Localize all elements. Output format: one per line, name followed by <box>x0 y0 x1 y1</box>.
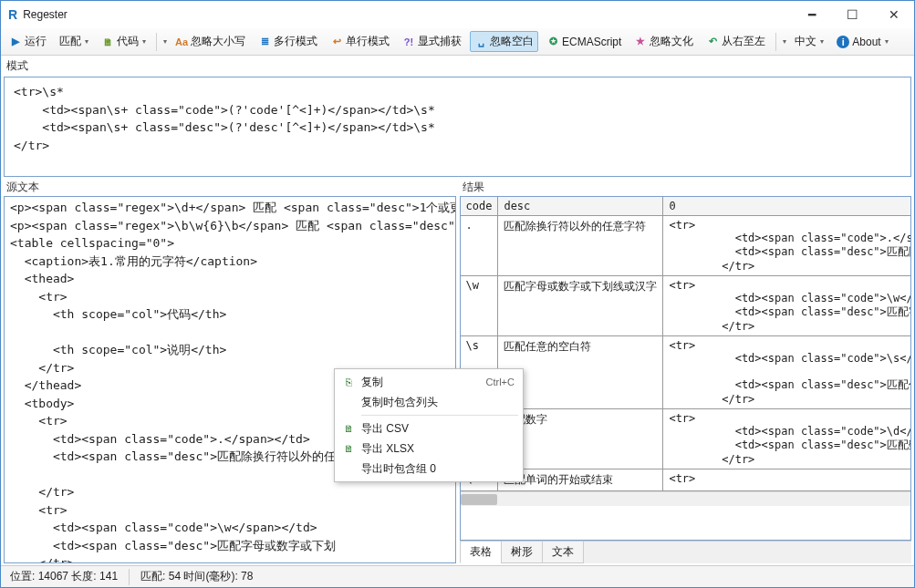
result-grid[interactable]: code desc 0 .匹配除换行符以外的任意字符<tr> <td><span… <box>460 196 912 541</box>
menu-copy-with-header[interactable]: 复制时包含列头 <box>338 392 520 412</box>
col-code[interactable]: code <box>461 197 498 216</box>
table-row[interactable]: \w匹配字母或数字或下划线或汉字<tr> <td><span class="co… <box>461 276 912 336</box>
singleline-button[interactable]: ↩单行模式 <box>326 31 394 52</box>
col-desc[interactable]: desc <box>498 197 663 216</box>
tab-tree[interactable]: 树形 <box>501 542 543 563</box>
toolbar: ▶运行 匹配▾ 🗎代码▾ ▾ Aa忽略大小写 ≣多行模式 ↩单行模式 ?!显式捕… <box>1 28 914 56</box>
result-label: 结果 <box>460 179 912 196</box>
match-button[interactable]: 匹配▾ <box>55 31 93 52</box>
csv-icon: 🗎 <box>341 423 356 434</box>
col-0[interactable]: 0 <box>663 197 911 216</box>
rtl-button[interactable]: ↶从右至左 <box>702 31 770 52</box>
code-button[interactable]: 🗎代码▾ <box>97 31 151 52</box>
culture-invariant-button[interactable]: ★忽略文化 <box>629 31 698 52</box>
language-button[interactable]: 中文▾ <box>790 31 828 52</box>
ecma-icon: ✪ <box>546 36 559 48</box>
pattern-label: 模式 <box>4 57 911 75</box>
ignore-case-button[interactable]: Aa忽略大小写 <box>171 31 250 52</box>
case-icon: Aa <box>175 36 188 48</box>
context-menu: ⎘复制Ctrl+C 复制时包含列头 🗎导出 CSV 🗎导出 XLSX 导出时包含… <box>334 368 524 482</box>
minimize-button[interactable]: ━ <box>791 1 832 28</box>
status-bar: 位置: 14067 长度: 141 匹配: 54 时间(毫秒): 78 <box>1 565 914 587</box>
menu-export-group0[interactable]: 导出时包含组 0 <box>338 459 520 479</box>
title-bar: R Regester ━ ☐ ✕ <box>1 1 914 28</box>
doc-icon: 🗎 <box>101 36 114 48</box>
status-match: 匹配: 54 时间(毫秒): 78 <box>135 567 258 586</box>
copy-icon: ⎘ <box>341 377 356 387</box>
menu-export-csv[interactable]: 🗎导出 CSV <box>338 418 520 438</box>
table-row[interactable]: .匹配除换行符以外的任意字符<tr> <td><span class="code… <box>461 216 912 276</box>
ecmascript-button[interactable]: ✪ECMAScript <box>542 33 626 51</box>
multiline-button[interactable]: ≣多行模式 <box>254 31 322 52</box>
explicit-capture-button[interactable]: ?!显式捕获 <box>398 31 466 52</box>
menu-copy[interactable]: ⎘复制Ctrl+C <box>338 372 520 392</box>
tab-grid[interactable]: 表格 <box>460 542 502 563</box>
capture-icon: ?! <box>402 36 415 48</box>
about-button[interactable]: iAbout▾ <box>832 33 892 51</box>
rtl-icon: ↶ <box>706 36 719 48</box>
play-icon: ▶ <box>9 36 22 48</box>
result-scrollbar-h[interactable] <box>461 491 911 506</box>
run-button[interactable]: ▶运行 <box>5 31 51 52</box>
pattern-textarea[interactable]: <tr>\s* <td><span\s+ class="code">(?'cod… <box>4 77 911 177</box>
maximize-button[interactable]: ☐ <box>832 1 873 28</box>
star-icon: ★ <box>634 36 647 48</box>
close-button[interactable]: ✕ <box>873 1 914 28</box>
ignore-whitespace-button[interactable]: ␣忽略空白 <box>470 31 538 52</box>
info-icon: i <box>837 36 849 48</box>
table-row[interactable]: \d匹配数字<tr> <td><span class="code">\d</s … <box>461 409 912 469</box>
xlsx-icon: 🗎 <box>341 443 356 454</box>
table-row[interactable]: \s匹配任意的空白符<tr> <td><span class="code">\s… <box>461 336 912 409</box>
app-icon: R <box>8 7 17 22</box>
tab-text[interactable]: 文本 <box>542 542 584 563</box>
source-label: 源文本 <box>4 179 456 196</box>
status-position: 位置: 14067 长度: 141 <box>5 567 123 586</box>
table-row[interactable]: \b匹配单词的开始或结束<tr> <box>461 469 912 491</box>
menu-export-xlsx[interactable]: 🗎导出 XLSX <box>338 438 520 459</box>
window-title: Regester <box>23 8 68 21</box>
singleline-icon: ↩ <box>330 36 343 48</box>
multiline-icon: ≣ <box>258 36 271 48</box>
ws-icon: ␣ <box>474 36 487 48</box>
